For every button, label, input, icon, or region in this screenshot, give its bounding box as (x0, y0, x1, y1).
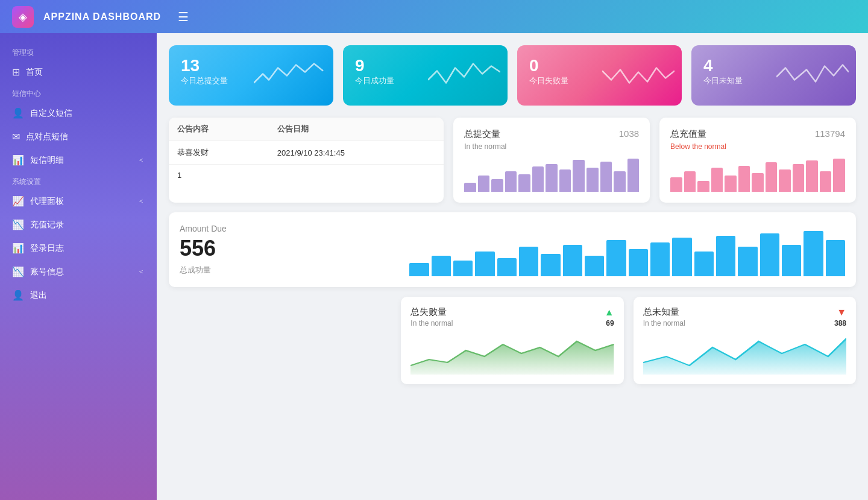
row2-content: 1 (169, 165, 269, 186)
top-card-fail: 0 今日失败量 (517, 45, 682, 106)
total-charge-header: 总充值量 113794 (670, 128, 845, 140)
sidebar-item-p2p-sms[interactable]: ✉ 点对点短信 (0, 125, 157, 148)
top-card-success: 9 今日成功量 (343, 45, 508, 106)
unknown-area-chart (643, 332, 846, 375)
sms-detail-icon: 📊 (12, 154, 24, 166)
today-success-chart (428, 59, 500, 92)
amount-due-card: Amount Due 556 总成功量 (169, 212, 856, 287)
announcement-table-card: 公告内容 公告日期 恭喜发财 2021/9/10 23:41:45 1 (169, 118, 444, 203)
amount-due-number: 556 (180, 236, 397, 261)
announcement-table: 公告内容 公告日期 恭喜发财 2021/9/10 23:41:45 1 (169, 118, 444, 186)
top-cards-grid: 13 今日总提交量 9 今日成功量 (169, 45, 856, 106)
col-date: 公告日期 (269, 118, 444, 141)
amount-due-chart (409, 223, 845, 276)
today-unknown-chart (776, 59, 849, 92)
total-charge-chart (670, 156, 845, 192)
agent-arrow: ＜ (137, 196, 145, 206)
app-title: APPZINA DASHBOARD (43, 11, 161, 22)
row1-content: 恭喜发财 (169, 141, 269, 165)
p2p-sms-icon: ✉ (12, 131, 20, 142)
total-submit-chart (464, 156, 639, 192)
col-content: 公告内容 (169, 118, 269, 141)
amount-due-info: Amount Due 556 总成功量 (180, 224, 397, 276)
total-unknown-header: 总未知量 ▼ (643, 306, 846, 318)
total-submit-value: 1038 (619, 128, 639, 139)
total-fail-card: 总失败量 ▲ In the normal 69 (401, 297, 623, 384)
top-card-total: 13 今日总提交量 (169, 45, 333, 106)
recharge-icon: 📉 (12, 219, 24, 230)
total-unknown-card: 总未知量 ▼ In the normal 388 (634, 297, 856, 384)
section-label-sms: 短信中心 (0, 84, 157, 101)
today-fail-chart (602, 59, 675, 92)
sidebar-item-logout[interactable]: 👤 退出 (0, 283, 157, 307)
total-charge-value: 113794 (815, 128, 845, 139)
sidebar-item-label-account: 账号信息 (30, 267, 64, 277)
row1-date: 2021/9/10 23:41:45 (269, 141, 444, 165)
sidebar-item-label-p2p-sms: 点对点短信 (26, 131, 68, 142)
total-unknown-title: 总未知量 (643, 306, 679, 318)
menu-icon[interactable]: ☰ (178, 10, 189, 24)
table-row: 恭喜发财 2021/9/10 23:41:45 (169, 141, 444, 165)
sidebar-item-agent[interactable]: 📈 代理面板 ＜ (0, 189, 157, 213)
sidebar-item-label-recharge: 充值记录 (30, 220, 64, 230)
custom-sms-icon: 👤 (12, 107, 24, 119)
total-submit-title: 总提交量 (464, 128, 500, 140)
total-charge-status: Below the normal (670, 142, 845, 151)
total-fail-header: 总失败量 ▲ (410, 306, 614, 318)
section-label-manage: 管理项 (0, 43, 157, 60)
sidebar-item-label-login-log: 登录日志 (30, 243, 64, 254)
sidebar-item-account[interactable]: 📉 账号信息 ＜ (0, 260, 157, 283)
total-submit-header: 总提交量 1038 (464, 128, 639, 140)
agent-icon: 📈 (12, 195, 24, 207)
total-charge-card: 总充值量 113794 Below the normal (659, 118, 856, 203)
account-icon: 📉 (12, 266, 24, 277)
main-content: 13 今日总提交量 9 今日成功量 (157, 33, 868, 500)
sidebar-item-recharge[interactable]: 📉 充值记录 (0, 213, 157, 236)
sidebar-item-home[interactable]: ⊞ 首页 (0, 60, 157, 84)
section-label-settings: 系统设置 (0, 172, 157, 189)
home-icon: ⊞ (12, 66, 20, 78)
login-log-icon: 📊 (12, 242, 24, 254)
total-fail-title: 总失败量 (410, 306, 447, 318)
unknown-value: 388 (834, 319, 846, 328)
fail-value: 69 (606, 319, 614, 328)
fail-status-text: In the normal (410, 319, 453, 328)
fail-area-chart (410, 332, 614, 375)
table-row: 1 (169, 165, 444, 186)
logout-icon: 👤 (12, 290, 24, 301)
amount-due-sublabel: 总成功量 (180, 265, 397, 276)
total-submit-card: 总提交量 1038 In the normal (453, 118, 650, 203)
layout: 管理项 ⊞ 首页 短信中心 👤 自定义短信 ✉ 点对点短信 📊 短信明细 ＜ 系… (0, 33, 868, 500)
sidebar-item-label-custom-sms: 自定义短信 (30, 108, 72, 119)
sidebar-item-login-log[interactable]: 📊 登录日志 (0, 236, 157, 260)
top-card-unknown: 4 今日未知量 (691, 45, 856, 106)
today-total-chart (254, 59, 326, 92)
bottom-spacer (169, 297, 391, 384)
bottom-row: 总失败量 ▲ In the normal 69 (169, 297, 856, 384)
sidebar-item-custom-sms[interactable]: 👤 自定义短信 (0, 101, 157, 125)
sidebar: 管理项 ⊞ 首页 短信中心 👤 自定义短信 ✉ 点对点短信 📊 短信明细 ＜ 系… (0, 33, 157, 500)
logo-icon: ◈ (19, 10, 27, 24)
total-submit-status: In the normal (464, 142, 639, 151)
sidebar-item-label-home: 首页 (26, 67, 43, 78)
sms-detail-arrow: ＜ (137, 155, 145, 165)
sidebar-item-sms-detail[interactable]: 📊 短信明细 ＜ (0, 148, 157, 172)
fail-arrow-up-icon: ▲ (605, 307, 614, 318)
total-charge-title: 总充值量 (670, 128, 706, 140)
amount-due-title: Amount Due (180, 224, 397, 233)
row2-date (269, 165, 444, 186)
total-unknown-status: In the normal 388 (643, 319, 846, 328)
app-logo: ◈ (12, 6, 34, 28)
unknown-status-text: In the normal (643, 319, 685, 328)
total-fail-status: In the normal 69 (410, 319, 614, 328)
sidebar-item-label-sms-detail: 短信明细 (30, 155, 64, 166)
unknown-arrow-down-icon: ▼ (837, 307, 846, 318)
account-arrow: ＜ (137, 267, 145, 277)
header: ◈ APPZINA DASHBOARD ☰ (0, 0, 868, 33)
sidebar-item-label-logout: 退出 (30, 290, 47, 301)
sidebar-item-label-agent: 代理面板 (30, 196, 64, 207)
